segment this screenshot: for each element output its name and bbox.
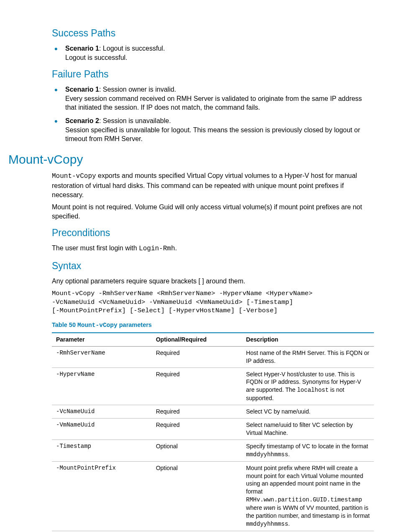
text-run: .	[288, 520, 290, 527]
table-row: -VmNameUuidRequiredSelect name/uuid to f…	[52, 419, 374, 440]
text-run: mmddyyhhmmss	[246, 521, 288, 527]
cell-parameter: -MountPointPrefix	[52, 461, 152, 531]
scenario-detail: Logout is successful.	[65, 53, 374, 62]
table-header-row: Parameter Optional/Required Description	[52, 333, 374, 346]
cell-optional-required: Optional	[152, 461, 242, 531]
text-run: .	[175, 244, 177, 252]
text-run: .	[288, 451, 290, 457]
cell-parameter: -Timestamp	[52, 439, 152, 461]
text-run: Select name/uuid to filter VC selection …	[246, 421, 353, 436]
cell-parameter: -VcNameUuid	[52, 405, 152, 419]
cell-optional-required: Required	[152, 346, 242, 368]
scenario-summary: : Session is unavailable.	[99, 117, 171, 124]
text-run: The user must first login with	[52, 244, 139, 252]
command-name: Mount-vCopy	[52, 172, 96, 180]
parameters-table: Parameter Optional/Required Description …	[52, 332, 374, 531]
text-run: Specify timestamp of VC to locate in the…	[246, 443, 368, 450]
scenario-summary: : Session owner is invalid.	[99, 86, 176, 93]
preconditions-text: The user must first login with Login-Rmh…	[52, 244, 374, 254]
heading-preconditions: Preconditions	[52, 226, 374, 239]
scenario-label: Scenario 1	[65, 45, 99, 52]
intro-paragraph: Mount-vCopy exports and mounts specified…	[52, 171, 374, 199]
cell-parameter: -HypervName	[52, 368, 152, 405]
table-caption-title: parameters	[118, 321, 152, 328]
text-run: Select VC by name/uuid.	[246, 408, 310, 415]
scenario-summary: : Logout is successful.	[99, 45, 165, 52]
list-item: Scenario 1: Logout is successful. Logout…	[52, 44, 374, 62]
table-row: -MountPointPrefixOptionalMount point pre…	[52, 461, 374, 531]
heading-mount-vcopy: Mount-vCopy	[8, 151, 374, 168]
table-row: -TimestampOptionalSpecify timestamp of V…	[52, 439, 374, 461]
intro-text: exports and mounts specified Virtual Cop…	[52, 172, 357, 198]
scenario-detail: Every session command received on RMH Se…	[65, 94, 374, 112]
text-run: Host name of the RMH Server. This is FQD…	[246, 350, 369, 364]
text-run: where	[246, 504, 263, 511]
text-run: mmddyyhhmmss	[246, 451, 288, 458]
text-run: wwn	[263, 504, 275, 511]
syntax-code: Mount-vCopy -RmhServerName <RmhServerNam…	[52, 289, 374, 316]
table-caption: Table 50 Mount-vCopy parameters	[52, 321, 374, 330]
cell-description: Select VC by name/uuid.	[242, 405, 374, 419]
table-row: -HypervNameRequiredSelect Hyper-V host/c…	[52, 368, 374, 405]
scenario-label: Scenario 1	[65, 86, 99, 93]
col-header-parameter: Parameter	[52, 333, 152, 346]
heading-syntax: Syntax	[52, 260, 374, 272]
intro-paragraph-2: Mount point is not required. Volume Guid…	[52, 203, 374, 221]
cell-parameter: -VmNameUuid	[52, 419, 152, 440]
cell-description: Select name/uuid to filter VC selection …	[242, 419, 374, 440]
scenario-detail: Session specified is unavailable for log…	[65, 126, 374, 144]
cell-description: Specify timestamp of VC to locate in the…	[242, 439, 374, 461]
scenario-label: Scenario 2	[65, 117, 99, 124]
cell-parameter: -RmhServerName	[52, 346, 152, 368]
cell-optional-required: Required	[152, 419, 242, 440]
cell-optional-required: Required	[152, 368, 242, 405]
col-header-description: Description	[242, 333, 374, 346]
table-row: -VcNameUuidRequiredSelect VC by name/uui…	[52, 405, 374, 419]
success-list: Scenario 1: Logout is successful. Logout…	[52, 44, 374, 62]
cell-description: Mount point prefix where RMH will create…	[242, 461, 374, 531]
table-caption-cmd: Mount-vCopy	[77, 322, 118, 329]
heading-failure-paths: Failure Paths	[52, 68, 374, 81]
text-run: Mount point prefix where RMH will create…	[246, 465, 363, 495]
failure-list: Scenario 1: Session owner is invalid. Ev…	[52, 85, 374, 144]
table-row: -RmhServerNameRequiredHost name of the R…	[52, 346, 374, 368]
list-item: Scenario 2: Session is unavailable. Sess…	[52, 116, 374, 144]
cell-description: Select Hyper-V host/cluster to use. This…	[242, 368, 374, 405]
list-item: Scenario 1: Session owner is invalid. Ev…	[52, 85, 374, 112]
command-name: Login-Rmh	[139, 245, 175, 252]
text-run: localhost	[297, 387, 329, 393]
syntax-note: Any optional parameters require square b…	[52, 277, 374, 286]
table-number: Table 50	[52, 321, 77, 328]
cell-optional-required: Optional	[152, 439, 242, 461]
cell-optional-required: Required	[152, 405, 242, 419]
heading-success-paths: Success Paths	[52, 27, 374, 40]
col-header-optional-required: Optional/Required	[152, 333, 242, 346]
text-run: RMHv.wwn.partition.GUID.timestamp	[246, 496, 362, 503]
cell-description: Host name of the RMH Server. This is FQD…	[242, 346, 374, 368]
